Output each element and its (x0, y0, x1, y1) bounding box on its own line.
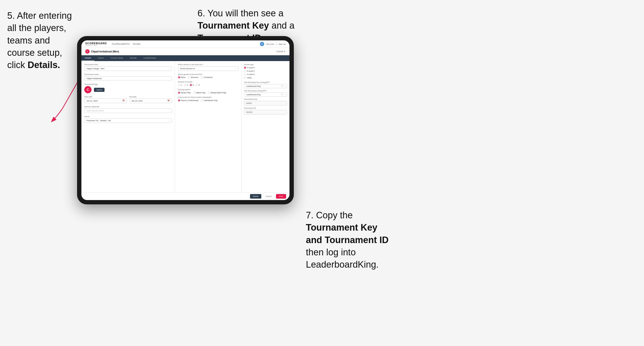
left-column: Tournament Host Clippd College - Men ⌄ T… (82, 61, 175, 192)
tournament-name-input[interactable]: Clippd Invitational (84, 76, 172, 81)
rounds-4[interactable]: 4 (196, 84, 200, 86)
cancel-tournament-btn[interactable]: Cancel ✕ (276, 50, 286, 53)
nav-teams[interactable]: TEAMS (132, 43, 141, 45)
division-group: Which division is the event for? NCAA Di… (178, 63, 238, 71)
annotation-left: 5. After entering all the players, teams… (7, 10, 75, 71)
rounds-label: Number of rounds (178, 81, 238, 83)
sign-out-link[interactable]: Sign out (279, 43, 286, 45)
tournament-name-group: Tournament name Clippd Invitational (84, 73, 172, 81)
gender-womens[interactable]: Womens (188, 76, 198, 78)
individuals-radio[interactable] (201, 99, 203, 101)
tab-details[interactable]: Details (82, 55, 94, 61)
format-other-radio[interactable] (244, 77, 246, 79)
scoring-stroke-play[interactable]: Stroke Play (178, 92, 191, 94)
api2-clear-icon[interactable]: ✕ ⌄ (281, 94, 285, 96)
start-date-label: Start date (84, 96, 127, 98)
logo-sub: Powered by clippd (85, 45, 107, 46)
venue-chevron-icon: ⌄ (168, 120, 170, 122)
upload-button[interactable]: Upload (94, 88, 104, 92)
scoring-radio-group: Stroke Play Match Play Medal Match Play (178, 92, 238, 94)
individuals-only[interactable]: Individuals Only (201, 99, 217, 101)
middle-column: Which division is the event for? NCAA Di… (175, 61, 242, 192)
tab-teams[interactable]: Teams (94, 55, 107, 61)
gender-combined-radio[interactable] (201, 76, 203, 78)
user-name: Test User (266, 43, 274, 45)
start-date-group: Start date Jan 21, 2024 📅 (84, 96, 127, 103)
scoring-medal-match[interactable]: Medal Match Play (208, 92, 226, 94)
gender-combined[interactable]: Combined (201, 76, 212, 78)
format-6count5-radio[interactable] (244, 73, 246, 75)
bottom-bar: Delete Cancel Save (82, 192, 290, 200)
scoring-match-play[interactable]: Match Play (193, 92, 206, 94)
rounds-3-radio[interactable] (190, 84, 192, 86)
venue-label: Venue (84, 115, 172, 118)
venue-input[interactable]: Peachtree GC - Atlanta - GA ⌄ (84, 118, 172, 123)
gender-mens-radio[interactable] (178, 76, 180, 78)
teams-radio[interactable] (178, 99, 180, 101)
rounds-1[interactable]: 1 (178, 84, 182, 86)
teams-label: Is this event for Teams and/or Individua… (178, 96, 238, 98)
api1-select[interactable]: Leaderboard King ✕ ⌄ (244, 84, 287, 88)
tab-course-setup[interactable]: Course Setup (107, 55, 126, 61)
end-date-label: End date (129, 96, 172, 98)
main-content: Tournament Host Clippd College - Men ⌄ T… (82, 61, 290, 192)
rounds-4-radio[interactable] (196, 84, 198, 86)
sponsor-input[interactable]: Enter sponsor name (84, 108, 172, 113)
tab-results[interactable]: Results (126, 55, 140, 61)
rounds-2[interactable]: 2 (184, 84, 188, 86)
logo-label: Tournament logo (84, 83, 172, 85)
tournament-id-value: 302051 (244, 110, 287, 114)
end-calendar-icon: 📅 (168, 100, 170, 102)
tabs-bar: Details Teams Course Setup Results Leade… (82, 55, 290, 61)
format-5count4[interactable]: 5 count 4 (244, 67, 287, 69)
format-6count4-radio[interactable] (244, 70, 246, 72)
api1-clear-icon[interactable]: ✕ ⌄ (281, 85, 285, 87)
tablet-screen: SCOREBOARD Powered by clippd TOURNAMENTS… (82, 40, 290, 200)
tournament-host-label: Tournament Host (84, 63, 172, 66)
match-play-radio[interactable] (193, 92, 195, 94)
end-date-input[interactable]: Jan 23, 2024 📅 (129, 99, 172, 103)
gender-group: Which gender is the event for? Mens Wome… (178, 73, 238, 78)
save-button[interactable]: Save (276, 194, 286, 199)
teams-group: Is this event for Teams and/or Individua… (178, 96, 238, 101)
tournament-host-input[interactable]: Clippd College - Men ⌄ (84, 66, 172, 71)
division-input[interactable]: NCAA Division III ⌄ (178, 66, 238, 71)
division-chevron-icon: ⌄ (235, 68, 236, 70)
logo-text: SCOREBOARD (85, 42, 107, 45)
format-5count4-radio[interactable] (244, 67, 246, 69)
host-chevron-icon: ⌄ (168, 68, 170, 70)
nav-links: TOURNAMENTS TEAMS (112, 43, 140, 45)
user-avatar: TU (260, 42, 264, 46)
scoring-group: Scoring system Stroke Play Match Play (178, 88, 238, 94)
top-nav: SCOREBOARD Powered by clippd TOURNAMENTS… (82, 40, 290, 48)
rounds-1-radio[interactable] (178, 84, 180, 86)
tournament-key-label: Tournament Key (244, 98, 287, 100)
delete-button[interactable]: Delete (250, 194, 261, 199)
nav-right: TU Test User | Sign out (260, 42, 286, 46)
tournament-key-value: bef0b7 (244, 101, 287, 106)
gender-womens-radio[interactable] (188, 76, 190, 78)
medal-match-radio[interactable] (208, 92, 210, 94)
api2-select[interactable]: Leaderboard King ✕ ⌄ (244, 93, 287, 97)
format-6count4[interactable]: 6 count 4 (244, 70, 287, 72)
venue-group: Venue Peachtree GC - Atlanta - GA ⌄ (84, 115, 172, 123)
nav-tournaments[interactable]: TOURNAMENTS (112, 43, 130, 45)
rounds-radio-group: 1 2 3 4 (178, 84, 238, 86)
division-label: Which division is the event for? (178, 63, 238, 66)
start-date-input[interactable]: Jan 21, 2024 📅 (84, 99, 127, 103)
teams-plus-individuals[interactable]: Teams (+Individuals) (178, 99, 199, 101)
tab-leaderboards[interactable]: Leaderboards (140, 55, 159, 61)
date-row: Start date Jan 21, 2024 📅 End date Jan 2… (84, 96, 172, 103)
gender-mens[interactable]: Mens (178, 76, 186, 78)
rounds-2-radio[interactable] (184, 84, 186, 86)
cancel-button[interactable]: Cancel (263, 194, 274, 199)
gender-label: Which gender is the event for? (178, 73, 238, 75)
stroke-play-radio[interactable] (178, 92, 180, 94)
rounds-3[interactable]: 3 (190, 84, 194, 86)
format-other[interactable]: Other (244, 77, 287, 79)
start-calendar-icon: 📅 (122, 100, 125, 102)
tournament-name: Clippd Invitational (Men) (91, 50, 119, 53)
sponsor-label: Sponsor (optional) (84, 106, 172, 108)
format-6count5[interactable]: 6 count 5 (244, 73, 287, 75)
teams-radio-group: Teams (+Individuals) Individuals Only (178, 99, 238, 101)
